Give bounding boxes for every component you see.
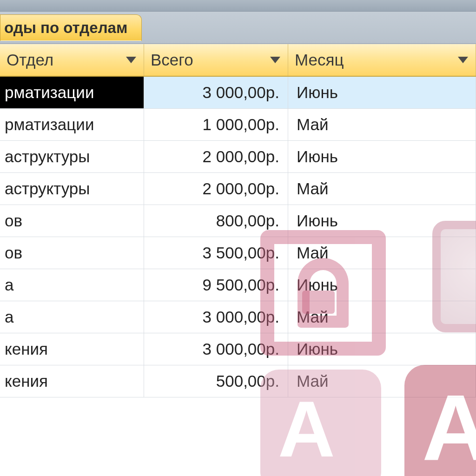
cell-department[interactable]: рматизации [0,77,144,108]
cell-month[interactable]: Июнь [288,77,476,108]
column-header-month[interactable]: Месяц [288,44,476,76]
column-header-label: Всего [151,51,193,69]
table-row[interactable]: ов800,00р.Июнь [0,205,476,237]
svg-marker-1 [270,57,280,63]
cell-month[interactable]: Май [288,365,476,397]
column-header-label: Отдел [7,51,53,69]
cell-month[interactable]: Июнь [288,205,476,237]
cell-department[interactable]: кения [0,365,144,397]
document-tab-strip: оды по отделам [0,12,476,44]
cell-total[interactable]: 3 000,00р. [144,77,288,108]
table-row[interactable]: рматизации1 000,00р.Май [0,109,476,141]
cell-month[interactable]: Май [288,237,476,269]
window-titlebar [0,0,476,12]
cell-total[interactable]: 3 000,00р. [144,301,288,333]
cell-department[interactable]: кения [0,333,144,365]
cell-department[interactable]: ов [0,205,144,237]
cell-department[interactable]: а [0,301,144,333]
data-grid: рматизации3 000,00р.Июньрматизации1 000,… [0,77,476,397]
cell-month[interactable]: Июнь [288,141,476,172]
cell-department[interactable]: а [0,269,144,301]
cell-month[interactable]: Май [288,301,476,333]
cell-total[interactable]: 2 000,00р. [144,141,288,172]
column-header-row: Отдел Всего Месяц [0,44,476,77]
table-row[interactable]: ов3 500,00р.Май [0,237,476,269]
dropdown-icon[interactable] [126,57,136,63]
table-row[interactable]: кения3 000,00р.Июнь [0,333,476,365]
cell-total[interactable]: 500,00р. [144,365,288,397]
datasheet: Отдел Всего Месяц рматизации3 000,00р.Ию… [0,44,476,476]
active-document-tab[interactable]: оды по отделам [0,14,142,41]
table-row[interactable]: аструктуры2 000,00р.Июнь [0,141,476,173]
cell-total[interactable]: 3 000,00р. [144,333,288,365]
document-tab-label: оды по отделам [4,19,127,37]
cell-month[interactable]: Июнь [288,269,476,301]
svg-marker-2 [458,57,468,63]
svg-marker-0 [126,57,136,63]
cell-total[interactable]: 2 000,00р. [144,173,288,205]
dropdown-icon[interactable] [458,57,468,63]
dropdown-icon[interactable] [270,57,280,63]
cell-total[interactable]: 1 000,00р. [144,109,288,140]
cell-department[interactable]: ов [0,237,144,269]
cell-total[interactable]: 800,00р. [144,205,288,237]
table-row[interactable]: кения500,00р.Май [0,365,476,397]
column-header-department[interactable]: Отдел [0,44,144,76]
table-row[interactable]: аструктуры2 000,00р.Май [0,173,476,205]
table-row[interactable]: а3 000,00р.Май [0,301,476,333]
cell-total[interactable]: 3 500,00р. [144,237,288,269]
cell-department[interactable]: аструктуры [0,173,144,205]
cell-total[interactable]: 9 500,00р. [144,269,288,301]
column-header-label: Месяц [295,51,344,69]
column-header-total[interactable]: Всего [144,44,288,76]
cell-month[interactable]: Май [288,173,476,205]
cell-department[interactable]: аструктуры [0,141,144,172]
cell-department[interactable]: рматизации [0,109,144,140]
cell-month[interactable]: Июнь [288,333,476,365]
table-row[interactable]: а9 500,00р.Июнь [0,269,476,301]
cell-month[interactable]: Май [288,109,476,140]
app-window: оды по отделам Отдел Всего Месяц [0,0,476,476]
table-row[interactable]: рматизации3 000,00р.Июнь [0,77,476,109]
